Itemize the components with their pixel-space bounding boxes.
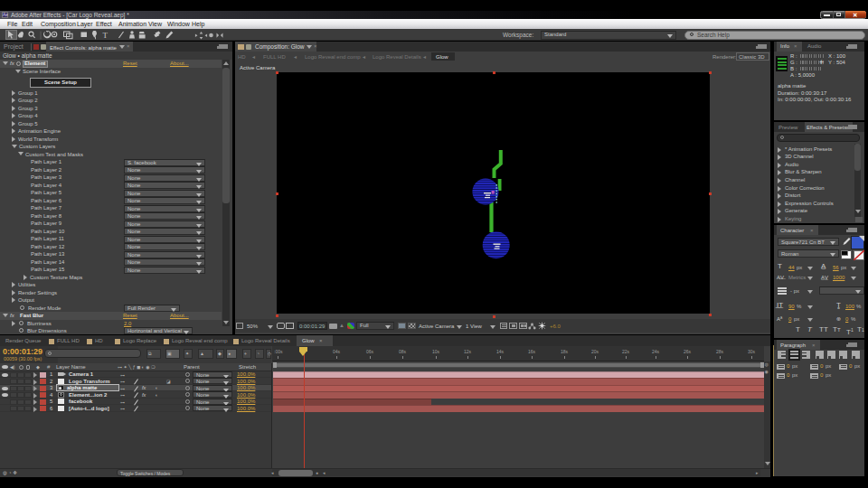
svg-text:T: T	[103, 31, 108, 40]
